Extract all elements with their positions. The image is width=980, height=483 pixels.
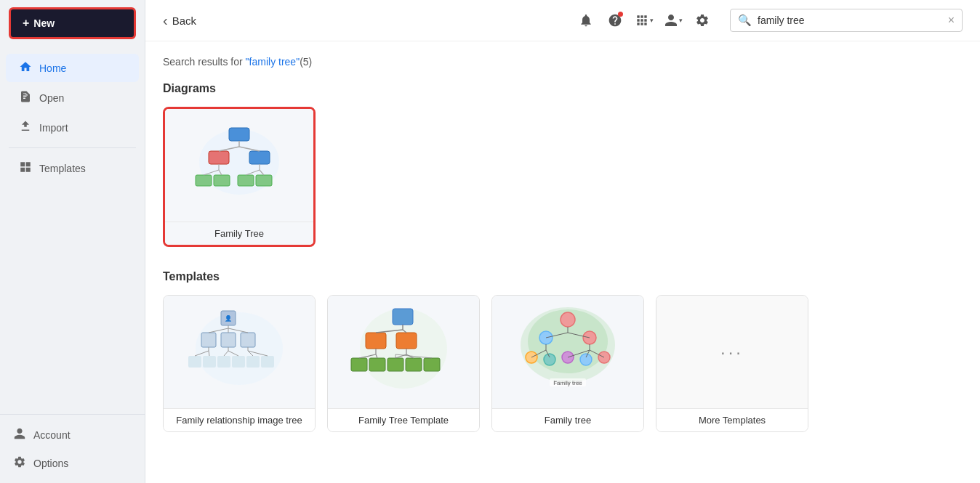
new-button-label: New [33, 17, 55, 29]
apps-button[interactable]: ▾ [634, 10, 654, 31]
search-area: 🔍 × [730, 9, 963, 32]
import-icon [19, 120, 32, 135]
diagram-card-family-tree[interactable]: Family Tree [163, 107, 316, 247]
topbar-right: ▾ ▾ 🔍 × [576, 9, 963, 32]
svg-rect-23 [188, 356, 201, 368]
svg-rect-3 [249, 151, 270, 164]
options-icon [13, 455, 26, 471]
svg-rect-47 [369, 358, 385, 371]
svg-rect-24 [203, 356, 216, 368]
sidebar-item-options[interactable]: Options [0, 449, 145, 477]
template-card-family-rel[interactable]: 👤 [163, 295, 316, 432]
sidebar-item-open[interactable]: Open [6, 84, 139, 112]
template-card-family-tree-2[interactable]: Family tree Family tree Family tree [491, 295, 644, 432]
svg-rect-43 [393, 309, 413, 325]
search-results-info: Search results for "family tree"(5) [163, 56, 963, 68]
notification-button[interactable] [576, 10, 596, 31]
search-input[interactable] [758, 15, 942, 26]
svg-point-64 [561, 312, 575, 327]
svg-rect-28 [261, 356, 274, 368]
sidebar: + New Home Open Import [0, 0, 145, 483]
templates-icon [19, 161, 32, 176]
svg-rect-20 [201, 333, 216, 347]
sidebar-item-templates-label: Templates [39, 163, 86, 174]
svg-rect-25 [217, 356, 230, 368]
template-thumb-preview-1: 👤 [164, 296, 315, 408]
svg-rect-7 [196, 175, 212, 186]
template-card-more-templates[interactable]: ··· More Templates [656, 295, 808, 432]
template-card-family-tree-template[interactable]: Family Tree Template [327, 295, 480, 432]
template-thumb-label-3: Family tree [492, 408, 643, 431]
svg-rect-45 [396, 333, 417, 349]
content-area: Search results for "family tree"(5) Diag… [145, 41, 980, 447]
svg-rect-9 [238, 175, 254, 186]
svg-rect-44 [366, 333, 386, 349]
templates-section: Templates 👤 [163, 270, 963, 432]
sidebar-item-home[interactable]: Home [6, 54, 139, 82]
sidebar-item-open-label: Open [39, 92, 64, 104]
svg-rect-1 [229, 128, 249, 141]
templates-grid: 👤 [163, 295, 963, 432]
open-icon [19, 90, 32, 105]
search-clear-button[interactable]: × [948, 15, 955, 26]
more-templates-dots: ··· [720, 342, 744, 362]
template-thumb-preview-3: Family tree Family tree [492, 296, 643, 408]
user-button[interactable]: ▾ [663, 10, 683, 31]
diagrams-grid: Family Tree [163, 107, 963, 247]
back-label: Back [172, 15, 196, 27]
diagrams-section: Diagrams [163, 82, 963, 247]
diagram-card-preview [165, 109, 313, 222]
search-query-link[interactable]: "family tree" [246, 56, 300, 68]
svg-rect-48 [387, 358, 403, 371]
diagrams-section-title: Diagrams [163, 82, 963, 95]
sidebar-item-options-label: Options [33, 458, 68, 469]
home-icon [19, 60, 32, 76]
sidebar-item-templates[interactable]: Templates [6, 154, 139, 182]
family-tree-preview-svg [188, 122, 290, 209]
new-button[interactable]: + New [9, 7, 136, 39]
topbar: ‹ Back ▾ ▾ [145, 0, 980, 41]
help-notification-dot [618, 12, 623, 17]
template-thumb-preview-2 [328, 296, 479, 408]
template-thumb-preview-4: ··· [656, 296, 808, 408]
chevron-left-icon: ‹ [163, 12, 168, 29]
sidebar-nav: Home Open Import Templates [0, 46, 145, 414]
template-thumb-label-4: More Templates [656, 408, 808, 431]
svg-rect-27 [246, 356, 260, 368]
sidebar-item-import-label: Import [39, 122, 68, 134]
svg-rect-26 [232, 356, 245, 368]
main-content: ‹ Back ▾ ▾ [145, 0, 980, 483]
sidebar-item-account-label: Account [33, 429, 71, 441]
template-thumb-label-1: Family relationship image tree [164, 408, 315, 431]
search-bar: 🔍 × [730, 9, 963, 32]
sidebar-item-import[interactable]: Import [6, 113, 139, 142]
diagram-card-label: Family Tree [165, 222, 313, 245]
svg-rect-46 [351, 358, 367, 371]
template-thumb-label-2: Family Tree Template [328, 408, 479, 431]
plus-icon: + [23, 17, 29, 30]
svg-rect-22 [241, 333, 255, 347]
sidebar-item-account[interactable]: Account [0, 421, 145, 449]
search-icon: 🔍 [738, 14, 752, 27]
topbar-icons: ▾ ▾ [576, 10, 712, 31]
sidebar-item-home-label: Home [39, 62, 66, 74]
svg-rect-21 [221, 333, 236, 347]
back-button[interactable]: ‹ Back [163, 12, 196, 29]
svg-point-70 [580, 354, 592, 365]
user-chevron: ▾ [679, 17, 683, 24]
svg-rect-8 [214, 175, 230, 186]
help-button[interactable] [605, 10, 625, 31]
svg-point-68 [544, 354, 555, 365]
svg-rect-2 [209, 151, 229, 164]
svg-rect-50 [424, 358, 440, 371]
svg-text:Family tree: Family tree [553, 380, 582, 386]
account-icon [13, 427, 26, 442]
sidebar-bottom: Account Options [0, 414, 145, 483]
apps-chevron: ▾ [650, 17, 654, 24]
templates-section-title: Templates [163, 270, 963, 283]
settings-button[interactable] [692, 10, 712, 31]
svg-rect-10 [256, 175, 272, 186]
svg-rect-49 [406, 358, 422, 371]
svg-text:👤: 👤 [225, 314, 232, 322]
